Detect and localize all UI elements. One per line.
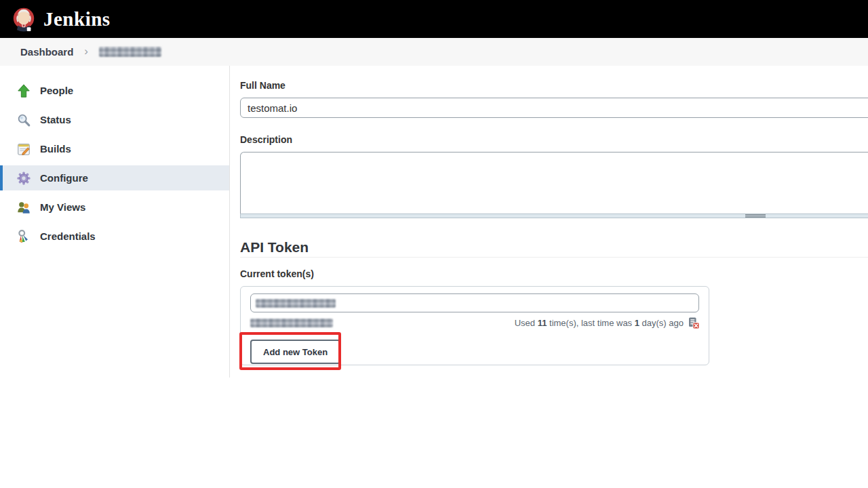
token-created-redacted <box>250 319 333 327</box>
sidebar-item-label: Status <box>40 114 71 125</box>
sidebar-item-label: Builds <box>40 143 71 155</box>
breadcrumb-dashboard-link[interactable]: Dashboard <box>20 46 73 58</box>
token-card: Used 11 time(s), last time was 1 day(s) … <box>240 286 709 365</box>
top-bar: Jenkins <box>0 0 868 38</box>
full-name-label: Full Name <box>240 80 868 91</box>
up-arrow-icon <box>16 83 31 98</box>
sidebar-item-people[interactable]: People <box>0 78 229 103</box>
chevron-right-icon: › <box>84 45 88 58</box>
gear-icon <box>16 171 31 186</box>
sidebar-item-label: My Views <box>40 201 85 213</box>
add-new-token-button[interactable]: Add new Token <box>250 340 340 364</box>
description-textarea[interactable] <box>240 152 868 214</box>
token-meta-row: Used 11 time(s), last time was 1 day(s) … <box>250 317 699 328</box>
sidebar-item-label: Configure <box>40 172 88 184</box>
description-label: Description <box>240 134 868 145</box>
sidebar-item-status[interactable]: Status <box>0 107 229 132</box>
sidebar-item-configure[interactable]: Configure <box>0 165 229 190</box>
current-tokens-label: Current token(s) <box>240 268 868 279</box>
sidebar-nav: People Status <box>0 66 230 378</box>
sidebar-item-my-views[interactable]: My Views <box>0 195 229 220</box>
section-divider <box>240 257 868 258</box>
magnifier-icon <box>16 113 31 127</box>
configure-form: Full Name Description API Token Current … <box>230 66 868 365</box>
textarea-resize-bar[interactable] <box>240 214 868 218</box>
api-token-heading: API Token <box>240 239 868 255</box>
breadcrumb-user-redacted[interactable] <box>99 47 161 57</box>
token-name-redacted <box>256 299 336 308</box>
resize-grip-icon[interactable] <box>745 214 766 218</box>
brand-title[interactable]: Jenkins <box>43 8 111 30</box>
keys-icon <box>16 229 31 244</box>
sidebar-item-label: Credentials <box>40 230 96 242</box>
token-name-input[interactable] <box>250 293 699 312</box>
breadcrumb: Dashboard › <box>0 38 868 66</box>
full-name-input[interactable] <box>240 98 868 118</box>
token-usage-text: Used 11 time(s), last time was 1 day(s) … <box>515 317 699 329</box>
sidebar-item-label: People <box>40 85 73 96</box>
jenkins-butler-logo-icon[interactable] <box>11 5 37 33</box>
sidebar-item-builds[interactable]: Builds <box>0 136 229 161</box>
notepad-pencil-icon <box>16 142 31 157</box>
two-people-icon <box>16 200 31 215</box>
sidebar-item-credentials[interactable]: Credentials <box>0 224 229 249</box>
revoke-token-icon[interactable] <box>688 317 699 329</box>
